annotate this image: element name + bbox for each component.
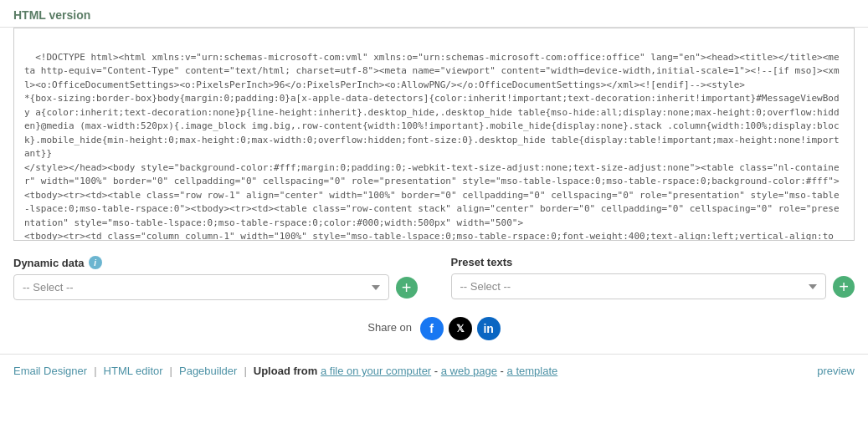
- preset-texts-add-button[interactable]: +: [833, 276, 855, 298]
- footer-link-pagebuilder[interactable]: Pagebuilder: [179, 365, 237, 377]
- separator-3: |: [244, 365, 246, 377]
- linkedin-icon[interactable]: in: [477, 317, 501, 340]
- upload-group: Upload from a file on your computer - a …: [254, 365, 557, 377]
- footer-link-email-designer[interactable]: Email Designer: [13, 365, 87, 377]
- preset-texts-group: Preset texts -- Select -- +: [451, 256, 855, 299]
- page-header: HTML version: [0, 0, 868, 28]
- preview-link[interactable]: preview: [817, 365, 855, 377]
- footer-nav: Email Designer | HTML editor | Pagebuild…: [0, 354, 868, 387]
- preset-texts-label: Preset texts: [451, 256, 855, 268]
- upload-file-link[interactable]: a file on your computer: [321, 365, 431, 377]
- preset-texts-row: -- Select -- +: [451, 273, 855, 299]
- dynamic-data-add-button[interactable]: +: [396, 277, 418, 299]
- footer-link-html-editor[interactable]: HTML editor: [104, 365, 163, 377]
- dynamic-data-label: Dynamic data i: [13, 256, 418, 269]
- html-code-area[interactable]: <!DOCTYPE html><html xmlns:v="urn:schema…: [13, 28, 855, 241]
- dynamic-data-group: Dynamic data i -- Select -- +: [13, 256, 418, 300]
- upload-webpage-link[interactable]: a web page: [441, 365, 497, 377]
- preset-texts-select[interactable]: -- Select --: [451, 273, 827, 299]
- upload-dash-1: -: [431, 365, 441, 377]
- separator-2: |: [170, 365, 172, 377]
- page-title: HTML version: [13, 8, 855, 22]
- share-section: Share on f 𝕏 in: [0, 309, 868, 354]
- upload-dash-2: -: [497, 365, 507, 377]
- upload-from-label: Upload from: [254, 365, 318, 377]
- x-icon[interactable]: 𝕏: [449, 317, 472, 340]
- facebook-icon[interactable]: f: [420, 317, 444, 340]
- dynamic-data-row: -- Select -- +: [13, 274, 418, 300]
- share-label: Share on: [367, 321, 412, 334]
- dynamic-data-select[interactable]: -- Select --: [13, 274, 389, 300]
- upload-template-link[interactable]: a template: [507, 365, 558, 377]
- fields-section: Dynamic data i -- Select -- + Preset tex…: [0, 241, 868, 309]
- code-content: <!DOCTYPE html><html xmlns:v="urn:schema…: [24, 52, 840, 242]
- share-icons: f 𝕏 in: [420, 317, 501, 340]
- footer-links: Email Designer | HTML editor | Pagebuild…: [13, 365, 557, 377]
- separator-1: |: [94, 365, 96, 377]
- dynamic-data-info-icon[interactable]: i: [89, 256, 102, 269]
